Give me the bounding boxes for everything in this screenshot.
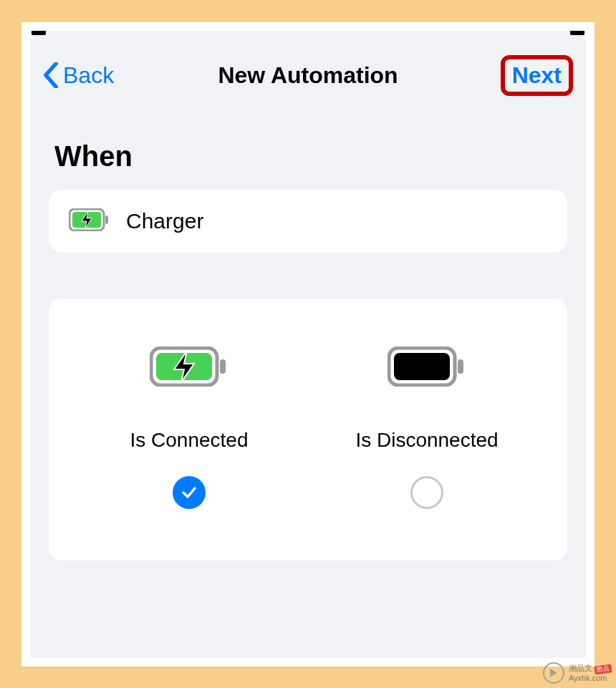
navigation-bar: Back New Automation Next [30, 35, 586, 117]
back-label: Back [63, 62, 114, 89]
device-screen: Back New Automation Next When Charger [30, 31, 586, 658]
svg-rect-7 [394, 353, 450, 380]
back-button[interactable]: Back [43, 62, 114, 89]
option-connected-label: Is Connected [130, 429, 249, 452]
svg-marker-9 [550, 669, 557, 677]
page-title: New Automation [218, 62, 398, 89]
chevron-left-icon [43, 62, 59, 88]
option-is-connected[interactable]: Is Connected [70, 341, 308, 509]
radio-disconnected[interactable] [410, 476, 443, 509]
svg-rect-8 [458, 359, 463, 374]
option-disconnected-label: Is Disconnected [355, 429, 498, 452]
next-button[interactable]: Next [512, 62, 562, 89]
battery-full-icon [388, 341, 466, 392]
section-heading: When [30, 117, 586, 190]
watermark-line2: Ayxhk.com [569, 674, 612, 682]
trigger-card[interactable]: Charger [49, 190, 567, 253]
battery-charging-large-icon [150, 341, 228, 392]
svg-rect-2 [105, 215, 108, 224]
watermark: 潮品文 热点 Ayxhk.com [543, 662, 612, 684]
option-is-disconnected[interactable]: Is Disconnected [308, 341, 546, 509]
play-icon [543, 662, 564, 684]
checkmark-icon [181, 484, 198, 501]
svg-rect-5 [220, 359, 226, 374]
radio-connected[interactable] [173, 476, 206, 509]
options-card: Is Connected Is Disconnected [49, 299, 567, 561]
watermark-line1: 潮品文 [569, 664, 592, 672]
battery-charging-icon [69, 208, 110, 234]
next-highlight-box: Next [501, 55, 573, 96]
screenshot-frame: Back New Automation Next When Charger [21, 22, 595, 667]
trigger-label: Charger [126, 209, 203, 233]
